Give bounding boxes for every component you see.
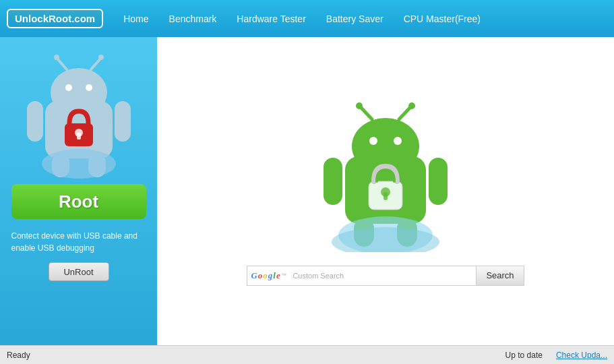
svg-rect-15 (77, 133, 81, 140)
svg-line-22 (399, 107, 410, 119)
nav-home[interactable]: Home (123, 13, 148, 24)
status-uptodate: Up to date (505, 351, 543, 360)
svg-rect-8 (27, 101, 43, 142)
connect-text: Contect device with USB cable and enable… (11, 230, 146, 254)
search-input-wrapper: Google™ Custom Search (247, 266, 476, 286)
svg-point-18 (369, 137, 377, 145)
svg-rect-9 (115, 101, 131, 142)
svg-point-21 (356, 102, 363, 109)
content-area: Google™ Custom Search Search (157, 37, 614, 345)
logo[interactable]: UnlockRoot.com (7, 9, 103, 28)
status-right: Up to date Check Upda... (505, 351, 607, 360)
svg-point-23 (408, 102, 415, 109)
svg-rect-32 (383, 192, 388, 200)
search-input[interactable] (247, 266, 476, 286)
svg-point-19 (394, 137, 402, 145)
svg-line-6 (91, 59, 100, 69)
svg-line-20 (361, 107, 372, 119)
svg-point-12 (42, 149, 116, 179)
header: UnlockRoot.com Home Benchmark Hardware T… (0, 0, 614, 37)
svg-line-4 (57, 59, 67, 69)
sidebar-android-logo (15, 44, 143, 179)
svg-rect-25 (429, 158, 448, 205)
statusbar: Ready Up to date Check Upda... (0, 345, 614, 364)
main-layout: Root Contect device with USB cable and e… (0, 37, 614, 345)
android-logo-large (311, 97, 460, 252)
android-robot-large-svg (311, 97, 460, 252)
svg-rect-24 (324, 158, 342, 205)
svg-point-7 (98, 55, 104, 60)
sidebar: Root Contect device with USB cable and e… (0, 37, 157, 345)
search-container: Google™ Custom Search Search (247, 266, 524, 286)
root-button[interactable]: Root (11, 184, 146, 219)
nav-battery-saver[interactable]: Battery Saver (326, 13, 383, 24)
nav-benchmark[interactable]: Benchmark (169, 13, 217, 24)
svg-point-3 (86, 84, 92, 91)
nav-hardware-tester[interactable]: Hardware Tester (237, 13, 305, 24)
svg-point-5 (54, 55, 59, 60)
search-button[interactable]: Search (476, 266, 524, 286)
unroot-button[interactable]: UnRoot (49, 262, 109, 281)
status-ready: Ready (7, 351, 30, 360)
android-robot-small-svg (15, 44, 143, 179)
status-check-update[interactable]: Check Upda... (556, 351, 607, 360)
nav: Home Benchmark Hardware Tester Battery S… (123, 13, 481, 24)
svg-point-2 (65, 84, 72, 91)
nav-cpu-master[interactable]: CPU Master(Free) (404, 13, 481, 24)
